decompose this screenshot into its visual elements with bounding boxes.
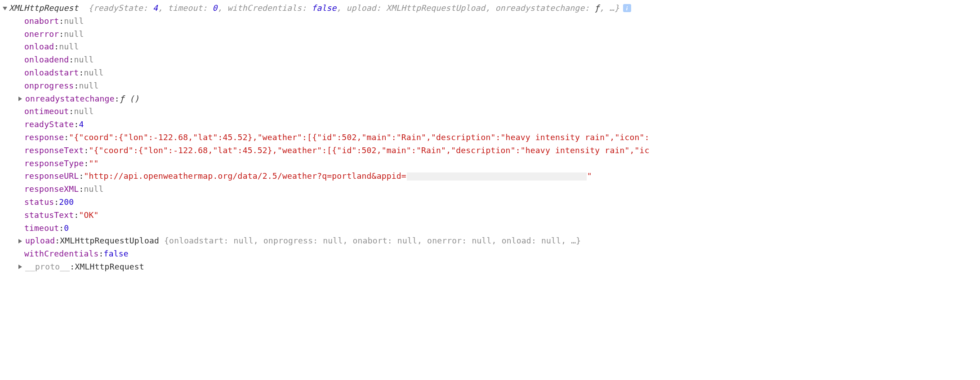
prop-value: null	[74, 105, 94, 118]
prop-onprogress[interactable]: onprogress: null	[3, 80, 977, 93]
prop-key: __proto__	[25, 261, 70, 274]
prop-value-pre: "http://api.openweathermap.org/data/2.5/…	[84, 170, 406, 183]
console-object-header[interactable]: XMLHttpRequest {readyState: 4, timeout: …	[3, 2, 977, 15]
prop-value: "{"coord":{"lon":-122.68,"lat":45.52},"w…	[89, 144, 650, 157]
prop-onreadystatechange[interactable]: onreadystatechange: ƒ ()	[3, 93, 977, 106]
prop-status[interactable]: status: 200	[3, 196, 977, 209]
prop-value-name: XMLHttpRequestUpload	[60, 234, 159, 247]
redacted-appid	[407, 172, 587, 181]
prop-response[interactable]: response: "{"coord":{"lon":-122.68,"lat"…	[3, 131, 977, 144]
prop-proto[interactable]: __proto__: XMLHttpRequest	[3, 261, 977, 274]
prop-key: responseText	[24, 144, 84, 157]
prop-value: "{"coord":{"lon":-122.68,"lat":45.52},"w…	[69, 131, 649, 144]
prop-value: null	[79, 80, 98, 93]
prop-key: responseXML	[24, 183, 79, 196]
prop-value: 200	[59, 196, 74, 209]
prop-upload[interactable]: upload: XMLHttpRequestUpload {onloadstar…	[3, 234, 977, 247]
prop-value-post: "	[587, 170, 592, 183]
prop-onloadstart[interactable]: onloadstart: null	[3, 66, 977, 80]
prop-key: statusText	[24, 209, 74, 222]
prop-key: onloadstart	[24, 66, 79, 80]
prop-key: onreadystatechange	[25, 93, 115, 106]
prop-readystate[interactable]: readyState: 4	[3, 118, 977, 131]
prop-value: 4	[79, 118, 84, 131]
prop-value: null	[74, 53, 94, 66]
prop-key: onabort	[24, 15, 59, 28]
expand-toggle-icon[interactable]	[18, 97, 22, 101]
expand-toggle-icon[interactable]	[18, 239, 22, 243]
prop-key: readyState	[24, 118, 74, 131]
prop-statustext[interactable]: statusText: "OK"	[3, 209, 977, 222]
prop-value: null	[59, 40, 79, 53]
prop-value: ƒ ()	[120, 93, 139, 106]
prop-ontimeout[interactable]: ontimeout: null	[3, 105, 977, 118]
prop-key: status	[24, 196, 54, 209]
expand-toggle-icon[interactable]	[3, 7, 7, 10]
prop-value: XMLHttpRequest	[75, 261, 144, 274]
prop-value: ""	[89, 157, 99, 170]
info-icon[interactable]: i	[623, 4, 631, 12]
prop-onloadend[interactable]: onloadend: null	[3, 53, 977, 66]
object-summary: {readyState: 4, timeout: 0, withCredenti…	[84, 3, 619, 13]
object-class-name: XMLHttpRequest	[9, 3, 79, 13]
prop-value: null	[84, 66, 103, 80]
prop-value: "OK"	[79, 209, 98, 222]
prop-key: response	[24, 131, 64, 144]
prop-key: upload	[25, 234, 55, 247]
prop-key: onload	[24, 40, 54, 53]
prop-responsetype[interactable]: responseType: ""	[3, 157, 977, 170]
prop-value: null	[84, 183, 103, 196]
prop-responsetext[interactable]: responseText: "{"coord":{"lon":-122.68,"…	[3, 144, 977, 157]
expand-toggle-icon[interactable]	[18, 265, 22, 269]
upload-summary: {onloadstart: null, onprogress: null, on…	[159, 234, 581, 247]
prop-responsexml[interactable]: responseXML: null	[3, 183, 977, 196]
prop-key: responseType	[24, 157, 84, 170]
prop-onabort[interactable]: onabort: null	[3, 15, 977, 28]
prop-timeout[interactable]: timeout: 0	[3, 222, 977, 235]
prop-onerror[interactable]: onerror: null	[3, 28, 977, 41]
prop-key: onprogress	[24, 80, 74, 93]
prop-value: 0	[64, 222, 69, 235]
prop-key: withCredentials	[24, 247, 99, 261]
prop-responseurl[interactable]: responseURL: "http://api.openweathermap.…	[3, 170, 977, 183]
prop-key: onerror	[24, 28, 59, 41]
prop-value: null	[64, 15, 84, 28]
prop-onload[interactable]: onload: null	[3, 40, 977, 53]
prop-key: responseURL	[24, 170, 79, 183]
prop-value: false	[104, 247, 129, 261]
prop-key: timeout	[24, 222, 59, 235]
prop-value: null	[64, 28, 84, 41]
prop-withcredentials[interactable]: withCredentials: false	[3, 247, 977, 261]
prop-key: ontimeout	[24, 105, 69, 118]
prop-key: onloadend	[24, 53, 69, 66]
